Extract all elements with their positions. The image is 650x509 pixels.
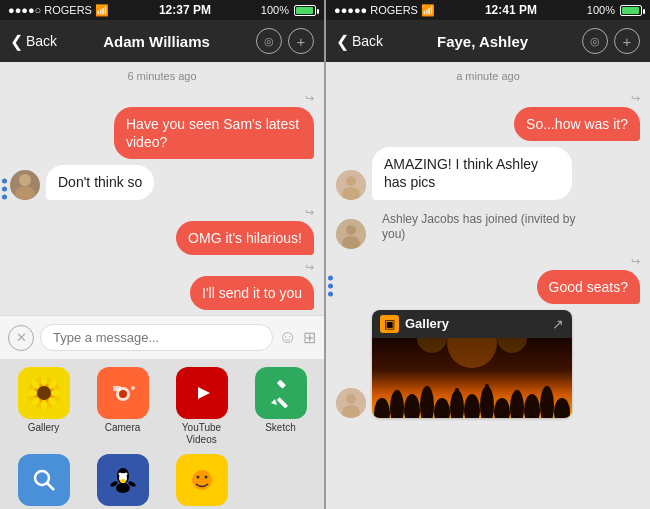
svg-point-32 xyxy=(118,473,121,476)
message-row-6: AMAZING! I think Ashley has pics xyxy=(336,147,640,199)
forward-icon-3: ↪ xyxy=(305,261,314,274)
svg-point-34 xyxy=(116,483,130,493)
attach-button-1[interactable]: ⊞ xyxy=(303,328,316,347)
svg-point-43 xyxy=(346,176,356,186)
bubble-sent-5: Good seats? xyxy=(537,270,640,304)
phone2: ●●●●● ROGERS 📶 12:41 PM 100% ❮ Back Faye… xyxy=(325,0,650,509)
phone1: ●●●●○ ROGERS 📶 12:37 PM 100% ❮ Back Adam… xyxy=(0,0,325,509)
svg-point-40 xyxy=(196,476,199,479)
gallery-icon-img xyxy=(18,367,70,419)
app-sketch-label: Sketch xyxy=(265,422,296,434)
avatar-1 xyxy=(10,170,40,200)
chat-title-2: Faye, Ashley xyxy=(437,33,528,50)
status-bar-2: ●●●●● ROGERS 📶 12:41 PM 100% xyxy=(326,0,650,20)
message-row-2: Don't think so xyxy=(10,165,314,199)
message-row-4: I'll send it to you xyxy=(190,276,314,310)
app-camera[interactable]: Camera xyxy=(87,367,158,446)
gallery-card-icon: ▣ xyxy=(380,315,399,333)
search-icon-img xyxy=(18,454,70,506)
face-icon-img xyxy=(176,454,228,506)
message-row-5: So...how was it? xyxy=(514,107,640,141)
battery-icon-1 xyxy=(294,5,316,16)
emoji-button-1[interactable]: ☺ xyxy=(279,327,297,348)
gallery-card-image xyxy=(372,338,572,418)
status-bar-1: ●●●●○ ROGERS 📶 12:37 PM 100% xyxy=(0,0,324,20)
bubble-received-2: AMAZING! I think Ashley has pics xyxy=(372,147,572,199)
app-gallery[interactable]: Gallery xyxy=(8,367,79,446)
carrier-1: ●●●●○ ROGERS 📶 xyxy=(8,4,109,17)
tux-icon-img xyxy=(97,454,149,506)
back-arrow-icon-1: ❮ xyxy=(10,32,23,51)
timestamp-1: 6 minutes ago xyxy=(10,70,314,82)
video-call-icon-2[interactable]: ◎ xyxy=(582,28,608,54)
messages-area-1: 6 minutes ago ↪ Have you seen Sam's late… xyxy=(0,62,324,315)
time-2: 12:41 PM xyxy=(485,3,537,17)
app-youtube[interactable]: YouTube Videos xyxy=(166,367,237,446)
bubble-sent-4: So...how was it? xyxy=(514,107,640,141)
msg-group-sent-1: ↪ Have you seen Sam's latest video? xyxy=(10,92,314,159)
svg-rect-73 xyxy=(545,386,549,404)
close-keyboard-button[interactable]: ✕ xyxy=(8,325,34,351)
svg-point-37 xyxy=(120,479,126,483)
nav-bar-2: ❮ Back Faye, Ashley ◎ + xyxy=(326,20,650,62)
youtube-icon-img xyxy=(176,367,228,419)
blue-dots-decoration-2 xyxy=(326,275,333,296)
bubble-sent-3: I'll send it to you xyxy=(190,276,314,310)
message-row-system: Ashley Jacobs has joined (invited by you… xyxy=(336,206,640,249)
svg-point-46 xyxy=(346,225,356,235)
svg-point-6 xyxy=(41,400,47,410)
svg-rect-26 xyxy=(26,462,62,498)
avatar-4 xyxy=(336,388,366,418)
battery-icon-2 xyxy=(620,5,642,16)
svg-rect-72 xyxy=(515,390,519,405)
svg-rect-70 xyxy=(455,388,459,404)
svg-point-1 xyxy=(15,186,35,200)
avatar-3 xyxy=(336,219,366,249)
forward-icon-5: ↪ xyxy=(631,255,640,268)
add-contact-icon[interactable]: + xyxy=(288,28,314,54)
forward-icon-2: ↪ xyxy=(305,206,314,219)
svg-point-0 xyxy=(19,174,31,186)
message-row-7: Good seats? xyxy=(537,270,640,304)
system-message: Ashley Jacobs has joined (invited by you… xyxy=(372,206,592,249)
gallery-share-icon[interactable]: ↗ xyxy=(552,316,564,332)
svg-point-13 xyxy=(37,386,51,400)
svg-point-19 xyxy=(131,386,135,390)
svg-point-7 xyxy=(27,390,37,396)
svg-rect-69 xyxy=(425,386,429,404)
svg-point-41 xyxy=(204,476,207,479)
app-face[interactable] xyxy=(166,454,237,509)
svg-rect-71 xyxy=(485,384,489,404)
app-search[interactable] xyxy=(8,454,79,509)
svg-rect-18 xyxy=(113,386,121,391)
message-row-8: ▣ Gallery ↗ xyxy=(336,310,640,418)
app-tux[interactable] xyxy=(87,454,158,509)
add-contact-icon-2[interactable]: + xyxy=(614,28,640,54)
svg-point-17 xyxy=(121,392,125,396)
carrier-2: ●●●●● ROGERS 📶 xyxy=(334,4,435,17)
app-grid-1: Gallery Camera xyxy=(0,359,324,509)
message-input-1[interactable] xyxy=(40,324,273,351)
gallery-card[interactable]: ▣ Gallery ↗ xyxy=(372,310,572,418)
gallery-card-header: ▣ Gallery ↗ xyxy=(372,310,572,338)
sketch-icon-img xyxy=(255,367,307,419)
message-row-1: Have you seen Sam's latest video? xyxy=(114,107,314,159)
back-button-1[interactable]: ❮ Back xyxy=(10,32,57,51)
back-arrow-icon-2: ❮ xyxy=(336,32,349,51)
forward-icon-4: ↪ xyxy=(631,92,640,105)
svg-point-49 xyxy=(346,394,356,404)
bubble-sent-1: Have you seen Sam's latest video? xyxy=(114,107,314,159)
nav-icons-2: ◎ + xyxy=(582,28,640,54)
video-call-icon[interactable]: ◎ xyxy=(256,28,282,54)
gallery-card-title: Gallery xyxy=(405,316,449,331)
app-sketch[interactable]: Sketch xyxy=(245,367,316,446)
bubble-sent-2: OMG it's hilarious! xyxy=(176,221,314,255)
messages-area-2: a minute ago ↪ So...how was it? AMAZING!… xyxy=(326,62,650,509)
svg-point-8 xyxy=(51,390,61,396)
timestamp-2: a minute ago xyxy=(336,70,640,82)
bubble-received-1: Don't think so xyxy=(46,165,154,199)
back-button-2[interactable]: ❮ Back xyxy=(336,32,383,51)
nav-icons-1: ◎ + xyxy=(256,28,314,54)
camera-icon-img xyxy=(97,367,149,419)
avatar-2 xyxy=(336,170,366,200)
